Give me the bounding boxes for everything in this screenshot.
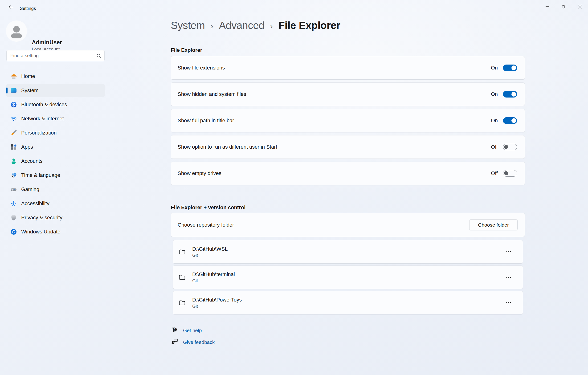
setting-card-show-hidden-files: Show hidden and system files On	[171, 83, 525, 106]
app-title: Settings	[20, 6, 36, 11]
back-arrow-icon	[7, 4, 14, 11]
personalization-icon	[10, 130, 17, 136]
toggle-run-as-different-user[interactable]	[503, 144, 517, 150]
bluetooth-icon	[10, 101, 17, 108]
sidebar-item-time-language[interactable]: Time & language	[6, 169, 105, 182]
folder-icon	[178, 249, 186, 255]
sidebar-item-label: Home	[21, 73, 35, 79]
avatar	[6, 21, 27, 42]
sidebar: AdminUser Local Account Home System	[0, 14, 108, 375]
sidebar-item-personalization[interactable]: Personalization	[6, 126, 105, 139]
toggle-state-label: On	[491, 91, 498, 97]
search-icon	[96, 53, 101, 59]
sidebar-item-gaming[interactable]: Gaming	[6, 183, 105, 196]
home-icon	[10, 73, 17, 80]
folder-icon	[178, 274, 186, 281]
sidebar-item-label: Privacy & security	[21, 215, 63, 221]
sidebar-item-label: System	[21, 87, 38, 94]
sidebar-item-label: Accessibility	[21, 200, 50, 207]
sidebar-item-label: Apps	[21, 144, 33, 150]
time-language-icon	[10, 172, 17, 178]
close-button[interactable]	[572, 0, 588, 14]
repository-row: D:\GitHub\terminal Git	[173, 265, 523, 289]
sidebar-item-label: Gaming	[21, 186, 39, 192]
page-title: File Explorer	[278, 20, 340, 31]
repository-path: D:\GitHub\PowerToys	[192, 297, 242, 303]
sidebar-item-label: Personalization	[21, 130, 57, 136]
breadcrumb: System › Advanced › File Explorer	[171, 20, 340, 31]
sidebar-item-label: Time & language	[21, 172, 60, 178]
person-icon	[6, 21, 27, 42]
setting-card-show-file-extensions: Show file extensions On	[171, 56, 525, 80]
setting-card-show-empty-drives: Show empty drives Off	[171, 162, 525, 185]
section-title-file-explorer: File Explorer	[171, 47, 202, 53]
sidebar-item-network-internet[interactable]: Network & internet	[6, 112, 105, 125]
repository-type: Git	[192, 253, 228, 258]
gaming-icon	[10, 186, 17, 193]
sidebar-item-system[interactable]: System	[6, 84, 105, 97]
toggle-show-file-extensions[interactable]	[503, 64, 517, 71]
repository-type: Git	[192, 304, 242, 309]
breadcrumb-separator: ›	[210, 21, 213, 31]
get-help-row: ? Get help	[171, 326, 202, 334]
more-options-button[interactable]	[504, 298, 514, 307]
toggle-show-empty-drives[interactable]	[503, 170, 517, 177]
minimize-icon	[545, 4, 550, 10]
repository-path: D:\GitHub\terminal	[192, 271, 235, 278]
setting-card-run-as-different-user: Show option to run as different user in …	[171, 135, 525, 159]
window-controls	[539, 0, 588, 14]
apps-icon	[10, 144, 17, 150]
sidebar-item-label: Bluetooth & devices	[21, 102, 67, 108]
minimize-button[interactable]	[539, 0, 556, 14]
svg-text:?: ?	[174, 328, 176, 331]
maximize-button[interactable]	[556, 0, 572, 14]
sidebar-item-apps[interactable]: Apps	[6, 140, 105, 154]
system-icon	[10, 87, 17, 94]
section-title-version-control: File Explorer + version control	[171, 204, 245, 211]
sidebar-item-privacy-security[interactable]: Privacy & security	[6, 211, 105, 224]
privacy-shield-icon	[10, 214, 17, 221]
sidebar-item-label: Accounts	[21, 158, 43, 164]
close-icon	[578, 4, 582, 10]
more-options-button[interactable]	[504, 272, 514, 282]
search-input[interactable]	[7, 50, 104, 61]
main-content: System › Advanced › File Explorer File E…	[171, 0, 525, 375]
setting-card-show-full-path: Show full path in title bar On	[171, 109, 525, 132]
back-button[interactable]	[5, 3, 16, 11]
breadcrumb-advanced[interactable]: Advanced	[219, 20, 264, 31]
toggle-show-full-path[interactable]	[503, 117, 517, 124]
sidebar-item-accessibility[interactable]: Accessibility	[6, 197, 105, 210]
accounts-icon	[10, 158, 17, 164]
repository-type: Git	[192, 278, 235, 283]
get-help-link[interactable]: Get help	[183, 328, 202, 333]
accessibility-icon	[10, 200, 17, 207]
toggle-show-hidden-files[interactable]	[503, 91, 517, 97]
sidebar-item-label: Network & internet	[21, 116, 64, 122]
toggle-state-label: On	[491, 65, 498, 71]
sidebar-item-home[interactable]: Home	[6, 70, 105, 83]
breadcrumb-system[interactable]: System	[171, 20, 205, 31]
sidebar-item-bluetooth-devices[interactable]: Bluetooth & devices	[6, 98, 105, 111]
toggle-state-label: Off	[491, 170, 498, 177]
get-help-icon: ?	[171, 326, 178, 335]
restore-icon	[562, 4, 566, 10]
sidebar-item-label: Windows Update	[21, 229, 60, 235]
sidebar-item-accounts[interactable]: Accounts	[6, 155, 105, 168]
sidebar-nav: Home System Bluetooth & devices Network …	[6, 70, 105, 239]
network-icon	[10, 115, 17, 122]
choose-folder-button[interactable]: Choose folder	[469, 219, 518, 230]
give-feedback-link[interactable]: Give feedback	[183, 339, 215, 345]
toggle-state-label: Off	[491, 144, 498, 150]
breadcrumb-separator: ›	[270, 21, 273, 31]
windows-update-icon	[10, 229, 17, 235]
repository-row: D:\GitHub\WSL Git	[173, 240, 523, 264]
settings-window: Settings	[0, 0, 588, 375]
give-feedback-row: Give feedback	[171, 338, 215, 346]
sidebar-item-windows-update[interactable]: Windows Update	[6, 225, 105, 238]
more-options-button[interactable]	[504, 247, 514, 257]
folder-icon	[178, 299, 186, 306]
give-feedback-icon	[171, 338, 178, 346]
toggle-state-label: On	[491, 117, 498, 124]
user-name: AdminUser	[32, 39, 62, 46]
choose-repository-card: Choose repository folder Choose folder	[171, 213, 525, 237]
